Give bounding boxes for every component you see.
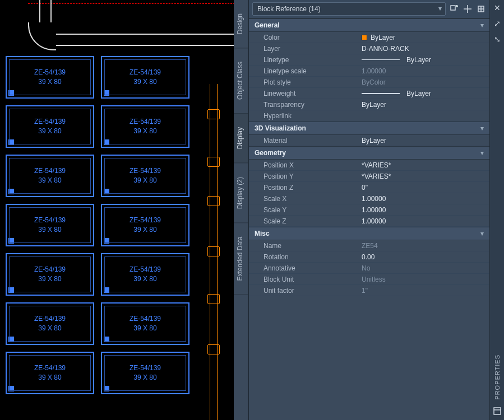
prop-value: Unitless [358,276,489,283]
prop-row-name[interactable]: Name ZE54 [249,240,489,251]
prop-row-scale-y[interactable]: Scale Y 1.00000 [249,204,489,216]
prop-row-scale-z[interactable]: Scale Z 1.00000 [249,216,489,227]
prop-value: 1.00000 [358,195,489,203]
select-objects-icon[interactable] [476,4,486,14]
conduit-horizontal [56,34,247,46]
prop-value: ByLayer [358,101,489,109]
prop-row-annotative[interactable]: Annotative No [249,263,489,274]
prop-label: Material [249,137,358,144]
prop-row-layer[interactable]: Layer D-ANNO-RACK [249,43,489,54]
prop-value: ByLayer [358,137,489,144]
prop-row-unit-factor[interactable]: Unit factor 1" [249,285,489,296]
section-header-geometry[interactable]: Geometry [249,146,489,160]
side-tab-display-2-[interactable]: Display (2) [234,164,248,223]
prop-label: Linetype [249,56,358,64]
orange-fitting [207,109,220,119]
section-title: General [255,21,280,29]
prop-label: Name [249,242,358,250]
svg-point-1 [456,6,457,7]
prop-row-linetype-scale[interactable]: Linetype scale 1.00000 [249,66,489,77]
rack-block[interactable]: ZE-54/13939 X 80 [101,56,189,99]
prop-label: Position Z [249,184,358,192]
prop-label: Block Unit [249,276,358,283]
prop-row-color[interactable]: Color ByLayer [249,32,489,43]
orange-fitting [207,157,220,167]
prop-value: *VARIES* [358,172,489,180]
section-title: Geometry [255,149,286,157]
rack-block[interactable]: ZE-54/13939 X 80 [6,105,94,148]
prop-row-material[interactable]: Material ByLayer [249,135,489,146]
prop-row-position-y[interactable]: Position Y *VARIES* [249,171,489,182]
panel-body: General Color ByLayer Layer D-ANNO-RACK … [249,18,489,420]
prop-label: Scale Z [249,217,358,225]
prop-row-position-x[interactable]: Position X *VARIES* [249,160,489,171]
rack-block[interactable]: ZE-54/13939 X 80 [101,253,189,296]
prop-row-plot-style[interactable]: Plot style ByColor [249,77,489,88]
pickadd-icon[interactable] [463,4,473,14]
close-icon[interactable]: ✕ [492,2,503,13]
side-tab-design[interactable]: Design [234,0,248,48]
prop-row-rotation[interactable]: Rotation 0.00 [249,251,489,263]
prop-label: Position Y [249,172,358,180]
prop-label: Position X [249,161,358,169]
rack-block[interactable]: ZE-54/13939 X 80 [101,105,189,148]
conduit-vertical [39,0,52,22]
rack-block[interactable]: ZE-54/13939 X 80 [6,204,94,246]
rack-block[interactable]: ZE-54/13939 X 80 [101,352,189,394]
rack-grid: ZE-54/13939 X 80ZE-54/13939 X 80ZE-54/13… [6,56,189,394]
panel-header: Block Reference (14) [249,0,489,18]
lineweight-preview-icon [362,93,400,94]
prop-value: ByLayer [358,56,489,64]
prop-row-transparency[interactable]: Transparency ByLayer [249,99,489,110]
selection-combo[interactable]: Block Reference (14) [252,2,446,16]
prop-row-lineweight[interactable]: Lineweight ByLayer [249,88,489,99]
section-header-3dvis[interactable]: 3D Visualization [249,122,489,135]
expand-left-icon[interactable]: ⤡ [492,34,503,45]
prop-row-linetype[interactable]: Linetype ByLayer [249,54,489,66]
properties-panel: Block Reference (14) General Color ByLay… [248,0,489,420]
rack-block[interactable]: ZE-54/13939 X 80 [6,155,94,197]
prop-row-block-unit[interactable]: Block Unit Unitless [249,274,489,285]
orange-fitting [207,344,220,354]
orange-fitting [207,246,220,256]
quick-select-icon[interactable] [449,4,459,14]
rack-block[interactable]: ZE-54/13939 X 80 [6,352,94,394]
prop-label: Plot style [249,78,358,86]
side-tab-object-class[interactable]: Object Class [234,48,248,114]
section-title: 3D Visualization [255,124,306,132]
prop-value: 1.00000 [358,217,489,225]
side-tab-display[interactable]: Display [234,114,248,163]
selection-combo-label: Block Reference (14) [257,5,321,13]
panel-menu-icon[interactable] [492,405,503,417]
rack-block[interactable]: ZE-54/13939 X 80 [101,204,189,246]
conduit-elbow [28,22,56,50]
prop-value: ByColor [358,78,489,86]
prop-label: Rotation [249,253,358,261]
prop-value: 1.00000 [358,67,489,75]
rack-block[interactable]: ZE-54/13939 X 80 [101,302,189,345]
prop-value: 0" [358,184,489,192]
prop-value: 0.00 [358,253,489,261]
prop-label: Unit factor [249,287,358,295]
rack-block[interactable]: ZE-54/13939 X 80 [6,253,94,296]
prop-row-position-z[interactable]: Position Z 0" [249,182,489,193]
rack-block[interactable]: ZE-54/13939 X 80 [6,302,94,345]
section-header-general[interactable]: General [249,18,489,32]
prop-value: ZE54 [358,242,489,250]
rack-block[interactable]: ZE-54/13939 X 80 [6,56,94,99]
prop-value: 1" [358,287,489,295]
prop-row-hyperlink[interactable]: Hyperlink [249,110,489,122]
prop-label: Annotative [249,264,358,272]
linetype-preview-icon [362,59,400,60]
orange-fitting [207,294,220,304]
side-tab-extended-data[interactable]: Extended Data [234,223,248,295]
prop-label: Scale X [249,195,358,203]
prop-row-scale-x[interactable]: Scale X 1.00000 [249,193,489,204]
prop-value: ByLayer [358,34,489,41]
section-header-misc[interactable]: Misc [249,227,489,240]
rack-block[interactable]: ZE-54/13939 X 80 [101,155,189,197]
color-swatch-icon [362,35,367,40]
expand-right-icon[interactable]: ⤢ [492,18,503,29]
prop-label: Linetype scale [249,67,358,75]
prop-label: Transparency [249,101,358,109]
